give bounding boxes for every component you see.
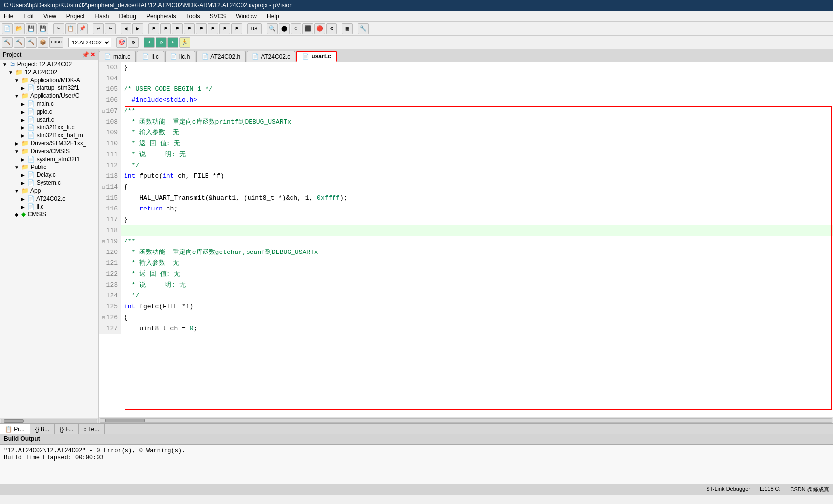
undo-btn[interactable]: ↩: [93, 23, 104, 34]
btn-g[interactable]: ⚑: [219, 23, 230, 34]
menu-peripherals[interactable]: Peripherals: [144, 12, 178, 20]
btn-k[interactable]: ○: [291, 23, 301, 34]
run-btn[interactable]: 🏃: [179, 37, 190, 48]
code-line[interactable]: * 输入参数: 无: [121, 258, 833, 269]
sidebar-tree-item[interactable]: ▶ 📄 ii.c: [0, 203, 98, 210]
sidebar-pin-btn[interactable]: 📌: [82, 51, 89, 58]
tab-usart-c[interactable]: 📄usart.c: [296, 51, 336, 62]
tree-expand-icon[interactable]: ▶: [20, 204, 26, 210]
bottom-tab-0[interactable]: 📋 Pr...: [0, 424, 30, 434]
btn-a[interactable]: ⚑: [148, 23, 159, 34]
code-line[interactable]: /* USER CODE BEGIN 1 */: [121, 84, 833, 95]
sidebar-tree-item[interactable]: ◆ ◆ CMSIS: [0, 210, 98, 218]
code-line[interactable]: */: [121, 291, 833, 301]
code-line[interactable]: #include<stdio.h>: [121, 95, 833, 106]
download-btn[interactable]: ⬇: [167, 37, 178, 48]
settings-btn[interactable]: 🔧: [358, 23, 369, 34]
tab-AT24C02-c[interactable]: 📄AT24C02.c: [247, 51, 295, 62]
code-line[interactable]: return ch;: [121, 204, 833, 214]
menu-tools[interactable]: Tools: [184, 12, 202, 20]
tree-expand-icon[interactable]: ▶: [20, 85, 26, 91]
sidebar-tree-item[interactable]: ▶ 📄 startup_stm32f1: [0, 84, 98, 92]
code-line[interactable]: int fgetc(FILE *f): [121, 301, 833, 312]
tree-expand-icon[interactable]: ▼: [14, 78, 20, 83]
tree-expand-icon[interactable]: ▼: [14, 149, 20, 154]
menu-file[interactable]: File: [2, 12, 15, 20]
save-btn[interactable]: 💾: [26, 23, 37, 34]
code-line[interactable]: * 输入参数: 无: [121, 127, 833, 138]
code-line[interactable]: * 返 回 值: 无: [121, 269, 833, 280]
open-btn[interactable]: 📂: [14, 23, 25, 34]
sidebar-tree-item[interactable]: ▼ 📁 App: [0, 187, 98, 195]
save-all-btn[interactable]: 💾: [38, 23, 48, 34]
copy-btn[interactable]: 📋: [65, 23, 76, 34]
sidebar-tree-item[interactable]: ▶ 📄 usart.c: [0, 116, 98, 124]
layout-btn[interactable]: ▦: [342, 23, 353, 34]
build2-btn[interactable]: 🔨: [26, 37, 37, 48]
code-line[interactable]: /**: [121, 106, 833, 117]
bottom-tab-1[interactable]: {} B...: [30, 424, 55, 434]
collapse-btn[interactable]: ⊟: [102, 238, 105, 246]
code-line[interactable]: * 说 明: 无: [121, 149, 833, 160]
sidebar-tree-item[interactable]: ▼ 🗂 Project: 12.AT24C02: [0, 60, 98, 68]
sidebar-tree-item[interactable]: ▼ 📁 Public: [0, 163, 98, 171]
target-btn[interactable]: 🎯: [116, 37, 127, 48]
menu-debug[interactable]: Debug: [117, 12, 138, 20]
build3-btn[interactable]: 📦: [38, 37, 48, 48]
menu-edit[interactable]: Edit: [21, 12, 36, 20]
code-line[interactable]: /**: [121, 236, 833, 247]
bottom-tab-2[interactable]: {} F...: [55, 424, 79, 434]
sidebar-tree-item[interactable]: ▼ 📁 Application/User/C: [0, 92, 98, 100]
code-line[interactable]: [121, 73, 833, 84]
tree-expand-icon[interactable]: ▼: [14, 165, 20, 170]
tree-expand-icon[interactable]: ▶: [20, 133, 26, 138]
btn-l[interactable]: ⬛: [302, 23, 313, 34]
sidebar-tree-item[interactable]: ▼ 📁 12.AT24C02: [0, 68, 98, 76]
sidebar-tree-item[interactable]: ▶ 📄 Delay.c: [0, 171, 98, 179]
sidebar-tree-item[interactable]: ▶ 📄 stm32f1xx_it.c: [0, 124, 98, 131]
code-line[interactable]: * 说 明: 无: [121, 280, 833, 291]
btn-n[interactable]: ⚙: [326, 23, 337, 34]
menu-window[interactable]: Window: [234, 12, 259, 20]
project-select[interactable]: 12.AT24C02: [68, 38, 111, 47]
code-line[interactable]: */: [121, 160, 833, 171]
sidebar-tree-item[interactable]: ▼ 📁 Drivers/CMSIS: [0, 147, 98, 155]
tree-expand-icon[interactable]: ▶: [20, 109, 26, 115]
collapse-btn[interactable]: ⊟: [102, 314, 105, 322]
code-line[interactable]: uint8_t ch = 0;: [121, 323, 833, 334]
sidebar-tree-item[interactable]: ▶ 📄 gpio.c: [0, 108, 98, 116]
nav-back-btn[interactable]: ◀: [121, 23, 131, 34]
cut-btn[interactable]: ✂: [53, 23, 64, 34]
redo-btn[interactable]: ↪: [105, 23, 116, 34]
menu-help[interactable]: Help: [265, 12, 281, 20]
btn-c[interactable]: ⚑: [172, 23, 183, 34]
sidebar-tree-item[interactable]: ▶ 📄 main.c: [0, 100, 98, 108]
tab-AT24C02-h[interactable]: 📄AT24C02.h: [196, 51, 246, 62]
tree-expand-icon[interactable]: ▶: [20, 157, 26, 162]
code-lines[interactable]: }/* USER CODE BEGIN 1 */ #include<stdio.…: [121, 62, 833, 334]
tab-iic-h[interactable]: 📄iic.h: [165, 51, 195, 62]
tree-expand-icon[interactable]: ▶: [20, 180, 26, 186]
bottom-tab-3[interactable]: ↕ Te...: [79, 424, 105, 434]
erase-btn[interactable]: ♻: [156, 37, 167, 48]
tree-expand-icon[interactable]: ▼: [8, 70, 14, 75]
sidebar-tree-item[interactable]: ▼ 📁 Application/MDK-A: [0, 76, 98, 84]
btn-m[interactable]: 🔴: [314, 23, 325, 34]
tree-expand-icon[interactable]: ▶: [20, 125, 26, 130]
code-line[interactable]: [121, 225, 833, 236]
paste-btn[interactable]: 📌: [77, 23, 88, 34]
tree-expand-icon[interactable]: ▼: [14, 93, 20, 99]
tab-ii-c[interactable]: 📄ii.c: [137, 51, 164, 62]
new-file-btn[interactable]: 📄: [2, 23, 13, 34]
menu-view[interactable]: View: [42, 12, 58, 20]
collapse-btn[interactable]: ⊟: [102, 184, 105, 191]
btn-f[interactable]: ⚑: [208, 23, 218, 34]
tree-expand-icon[interactable]: ◆: [14, 212, 20, 217]
options-btn[interactable]: ⚙: [128, 37, 139, 48]
tree-expand-icon[interactable]: ▼: [2, 62, 8, 67]
code-line[interactable]: * 函数功能: 重定向c库函数getchar,scanf到DEBUG_USART…: [121, 247, 833, 258]
nav-fwd-btn[interactable]: ▶: [132, 23, 143, 34]
sidebar-tree-item[interactable]: ▶ 📄 AT24C02.c: [0, 195, 98, 203]
tree-expand-icon[interactable]: ▶: [20, 101, 26, 107]
code-line[interactable]: }: [121, 62, 833, 73]
